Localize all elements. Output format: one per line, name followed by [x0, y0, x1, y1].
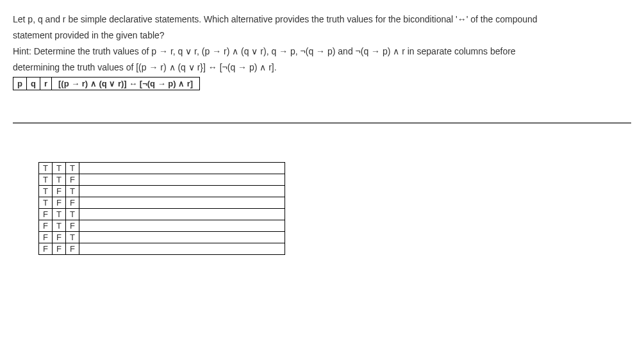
hint-line-2: determining the truth values of [(p → r)… [13, 61, 631, 74]
header-r: r [40, 78, 51, 90]
header-row: p q r [(p → r) ∧ (q ∨ r)] ↔ [¬(q → p) ∧ … [13, 78, 200, 90]
header-formula: [(p → r) ∧ (q ∨ r)] ↔ [¬(q → p) ∧ r] [51, 78, 199, 90]
table-row: T T F [39, 174, 285, 186]
cell-q: F [53, 232, 66, 243]
cell-r: F [66, 243, 79, 255]
question-line-2: statement provided in the given table? [13, 29, 631, 42]
table-row: F F T [39, 232, 285, 243]
cell-p: F [39, 220, 53, 232]
table-row: F T F [39, 220, 285, 232]
cell-q: T [53, 209, 66, 220]
cell-result [79, 174, 285, 186]
table-row: T F F [39, 197, 285, 209]
cell-p: F [39, 243, 53, 255]
table-row: T F T [39, 186, 285, 197]
cell-result [79, 243, 285, 255]
truth-table: T T T T T F T F T T F F F T T F T F F F … [38, 162, 285, 255]
cell-p: T [39, 186, 53, 197]
cell-q: F [53, 186, 66, 197]
question-line-1: Let p, q and r be simple declarative sta… [13, 13, 631, 26]
cell-r: F [66, 220, 79, 232]
table-row: F F F [39, 243, 285, 255]
cell-result [79, 197, 285, 209]
cell-result [79, 186, 285, 197]
cell-r: T [66, 209, 79, 220]
cell-q: F [53, 197, 66, 209]
formula-header-table: p q r [(p → r) ∧ (q ∨ r)] ↔ [¬(q → p) ∧ … [13, 77, 200, 90]
table-row: T T T [39, 163, 285, 174]
cell-p: T [39, 174, 53, 186]
cell-q: T [53, 220, 66, 232]
cell-q: F [53, 243, 66, 255]
cell-r: T [66, 163, 79, 174]
cell-r: T [66, 232, 79, 243]
hint-line-1: Hint: Determine the truth values of p → … [13, 45, 631, 58]
cell-q: T [53, 163, 66, 174]
cell-result [79, 232, 285, 243]
cell-r: T [66, 186, 79, 197]
cell-r: F [66, 197, 79, 209]
cell-q: T [53, 174, 66, 186]
cell-r: F [66, 174, 79, 186]
table-row: F T T [39, 209, 285, 220]
section-divider [13, 122, 631, 124]
cell-result [79, 220, 285, 232]
header-p: p [13, 78, 27, 90]
cell-p: F [39, 232, 53, 243]
cell-p: F [39, 209, 53, 220]
cell-result [79, 163, 285, 174]
cell-p: T [39, 163, 53, 174]
cell-result [79, 209, 285, 220]
header-q: q [26, 78, 40, 90]
cell-p: T [39, 197, 53, 209]
